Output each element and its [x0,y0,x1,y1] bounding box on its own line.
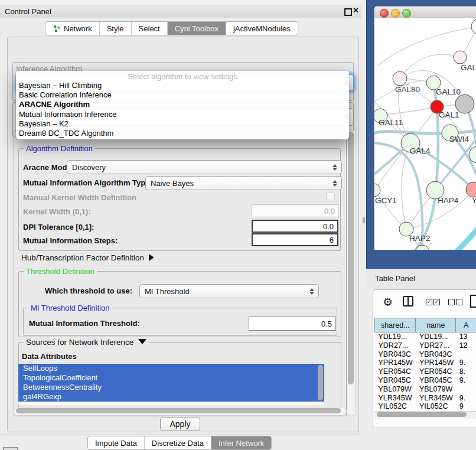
node-gcy1[interactable] [374,184,380,197]
dpi-tolerance-field[interactable]: 0.0 [252,220,338,233]
settings-vscrollbar-thumb[interactable] [348,132,354,384]
table-row[interactable]: YDL19...YDL19...13 [375,332,476,341]
mi-threshold-field[interactable]: 0.5 [249,317,336,331]
network-edge[interactable] [382,107,436,115]
bottom-tabbar: Impute DataDiscretize DataInfer Network [87,436,272,450]
splitter-handle[interactable] [363,217,365,223]
which-threshold-combobox[interactable]: MI Threshold [139,284,319,298]
popup-item[interactable]: Basic Correlation Inference [16,90,349,100]
tab-label: jActiveMNodules [233,24,291,33]
table-cell: YER054C [375,367,416,376]
node-label: GAL80 [395,85,420,94]
column-header[interactable]: shared... [375,318,416,332]
network-view-canvas[interactable]: GALGAL80GAL10GAL1GAL11SWI4GAL4GCY1HAP4YH… [374,18,476,250]
mi-steps-field[interactable]: 6 [252,233,338,246]
bottom-tab-impute-data[interactable]: Impute Data [88,436,145,449]
network-graph[interactable]: GALGAL80GAL10GAL1GAL11SWI4GAL4GCY1HAP4YH… [374,18,476,250]
table-cell: 9. [456,376,476,385]
control-panel-title: Control Panel [5,7,51,16]
float-window-icon[interactable] [344,8,352,16]
node-gal[interactable] [454,51,467,64]
gear-icon[interactable]: ⚙ [383,295,393,309]
node-label: Y [472,196,476,205]
close-traffic-icon[interactable] [380,9,389,18]
table-row[interactable]: YLR345WYLR345W9. [375,394,476,403]
attribute-item[interactable]: BetweennessCentrality [18,383,324,392]
kernel-width-label: Kernel Width (0,1): [23,207,91,216]
table-row[interactable]: YDR27...YDR27...12 [375,341,476,350]
popup-item[interactable]: Mutual Information Inference [16,110,349,119]
table-cell: 12 [456,341,476,350]
sources-title-toggle[interactable]: Sources for Network Inference [24,338,149,347]
node[interactable] [471,19,476,34]
algorithm-popup: Select algorithm to view settings Bayesi… [16,71,349,139]
manual-kernel-checkbox[interactable] [326,193,335,201]
column-header[interactable]: A [456,318,476,332]
node-label: GCY1 [375,196,397,205]
control-panel-top-strip [0,0,361,5]
select-all-checkbox2-icon[interactable]: ✓ [433,299,440,305]
table-row[interactable]: YBL079WYBL079W [375,385,476,394]
data-attributes-list[interactable]: SelfLoopsTopologicalCoefficientBetweenne… [18,364,324,405]
settings-hscrollbar-thumb[interactable] [16,408,341,413]
tab-network[interactable]: Network [45,22,100,35]
node-gal80[interactable] [393,71,407,86]
tab-select[interactable]: Select [132,22,168,35]
network-edge[interactable] [402,144,410,229]
which-threshold-value: MI Threshold [145,287,190,296]
tab-label: Style [107,24,124,33]
network-edge[interactable] [400,54,460,79]
attribute-item[interactable]: SelfLoops [18,364,324,373]
table-hscrollbar-thumb[interactable] [377,412,467,417]
mi-type-combobox[interactable]: Naive Bayes [145,176,342,190]
popup-list: Bayesian – Hill ClimbingBasic Correlatio… [16,81,349,138]
corner-grip-icon[interactable] [3,447,18,450]
attribute-item[interactable]: TopologicalCoefficient [18,373,324,383]
popup-item[interactable]: ARACNE Algorithm [16,100,349,109]
tab-cyni-toolbox[interactable]: Cyni Toolbox [168,22,226,35]
bottom-tab-discretize-data[interactable]: Discretize Data [145,436,211,449]
node-label: GAL [461,63,476,72]
document-icon[interactable] [470,295,476,308]
column-header[interactable]: name [416,318,456,332]
apply-button[interactable]: Apply [160,417,200,431]
table-cell: YBR043C [375,350,416,359]
mi-type-value: Naive Bayes [151,179,194,188]
bottom-tab-infer-network[interactable]: Infer Network [211,436,271,449]
node-table[interactable]: shared...nameA YDL19...YDL19...13YDR27..… [374,318,476,411]
network-icon [53,24,61,32]
minimize-traffic-icon[interactable] [391,9,400,18]
table-cell: YBR043C [416,350,456,359]
table-panel-titlebar: Table Panel [366,269,476,289]
table-cell: YBL079W [375,385,416,394]
table-row[interactable]: YBR043CYBR043C [375,350,476,359]
deselect-all-checkbox2-icon[interactable] [456,299,462,305]
network-edge[interactable] [454,226,476,250]
table-row[interactable]: YER054CYER054C8. [375,367,476,376]
aracne-mode-combobox[interactable]: Discovery [67,160,342,174]
attr-list-scrollbar[interactable] [318,365,323,400]
network-window-titlebar[interactable] [374,6,476,19]
popup-item[interactable]: Bayesian – K2 [16,119,349,129]
table-row[interactable]: YBR045CYBR045C9. [375,376,476,385]
deselect-all-checkbox-icon[interactable] [448,299,455,305]
control-panel-tabbar: NetworkStyleSelectCyni ToolboxjActiveMNo… [45,21,298,35]
table-row[interactable]: YIL052CYIL052C9 [375,402,476,411]
hub-definition-toggle[interactable]: Hub/Transcription Factor Definition [21,253,154,262]
popup-item[interactable]: Bayesian – Hill Climbing [16,81,349,90]
control-panel-titlebar: Control Panel ✕ [0,5,361,18]
data-attributes-label: Data Attributes [22,352,77,361]
tab-jactivemnodules[interactable]: jActiveMNodules [226,22,298,35]
columns-icon[interactable] [403,296,413,306]
table-row[interactable]: YPR145WYPR145W9. [375,358,476,367]
table-cell: YLR345W [375,394,416,403]
table-cell: YDL19... [416,332,456,341]
attribute-item[interactable]: gal4RGexp [18,392,324,402]
tab-style[interactable]: Style [100,22,132,35]
popup-item[interactable]: Dream8 DC_TDC Algorithm [16,129,349,138]
manual-kernel-label: Manual Kernel Width Definition [23,193,136,202]
select-all-checkbox-icon[interactable]: ✓ [426,299,432,305]
zoom-traffic-icon[interactable] [402,9,411,18]
kernel-width-field[interactable]: 0.0 [252,204,339,217]
close-icon[interactable]: ✕ [353,6,359,15]
